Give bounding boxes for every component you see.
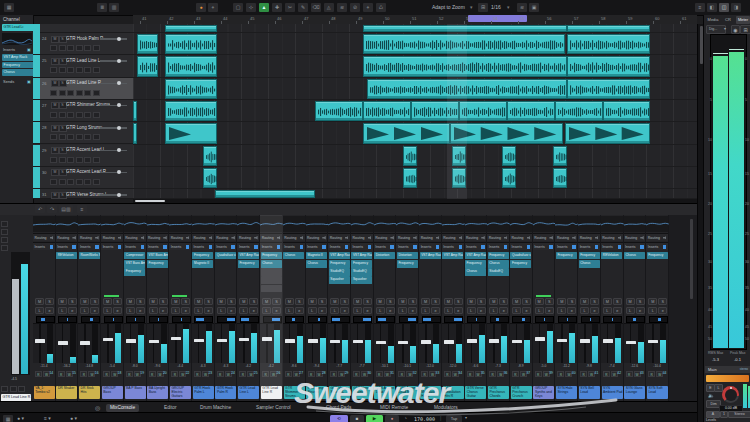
strip-fader-zone[interactable]: [260, 323, 282, 363]
fader-handle[interactable]: [194, 339, 204, 343]
channel-strip[interactable]: RoutingInsertsREVelationMSLe-16.2RW15DR …: [56, 215, 79, 401]
audio-clip[interactable]: [203, 146, 217, 167]
channel-strip[interactable]: RoutingInsertsFrequencyMagneto IIMSLe-6.…: [192, 215, 215, 401]
strip-mute-button[interactable]: M: [467, 298, 476, 305]
strip-inserts-row[interactable]: Inserts: [192, 242, 214, 250]
strip-fader-zone[interactable]: [624, 323, 646, 363]
track-header[interactable]: 31MSGTR Verse Strums L: [33, 189, 133, 199]
strip-inserts-row[interactable]: Inserts: [624, 242, 646, 250]
locator-icon[interactable]: ≡ ▾: [44, 415, 51, 421]
inspector-insert-slot[interactable]: Frequency: [2, 62, 34, 69]
strip-pan-slider[interactable]: [353, 316, 372, 323]
fader-handle[interactable]: [603, 339, 613, 343]
channel-strip[interactable]: RoutingInsertsQuadrafuzz v2MSLe-6.3RW24G…: [215, 215, 238, 401]
strip-eq-curve[interactable]: [33, 216, 55, 232]
strip-eq-curve[interactable]: [237, 216, 259, 232]
strip-inserts-row[interactable]: Inserts: [260, 242, 282, 250]
fader-handle[interactable]: [626, 341, 636, 345]
inspector-insert-slot[interactable]: Chorus: [2, 69, 34, 76]
strip-inserts-row[interactable]: Inserts: [555, 242, 577, 250]
strip-edit-button[interactable]: e: [363, 307, 372, 314]
track-mini-buttons[interactable]: [50, 157, 100, 163]
strip-solo-button[interactable]: S: [613, 298, 622, 305]
lower-tab-editor[interactable]: Editor: [160, 404, 181, 412]
strip-routing-row[interactable]: Routing: [578, 233, 600, 241]
strip-listen-button[interactable]: L: [444, 307, 453, 314]
strip-solo-button[interactable]: S: [454, 298, 463, 305]
strip-fader-zone[interactable]: [283, 323, 305, 363]
channel-name-label[interactable]: SYN Soft Lead: [647, 386, 668, 399]
channel-name-label[interactable]: GTR Verse Strums L: [329, 386, 350, 399]
strip-inserts-row[interactable]: Inserts: [646, 242, 668, 250]
strip-mute-button[interactable]: M: [489, 298, 498, 305]
strip-eq-curve[interactable]: [215, 216, 237, 232]
strip-eq-curve[interactable]: [192, 216, 214, 232]
strip-read-button[interactable]: R: [489, 371, 496, 377]
track-volume-slider[interactable]: [100, 194, 127, 196]
strip-solo-button[interactable]: S: [90, 298, 99, 305]
strip-eq-curve[interactable]: [56, 216, 78, 232]
strip-edit-button[interactable]: e: [249, 307, 258, 314]
strip-routing-row[interactable]: Routing: [533, 233, 555, 241]
strip-eq-curve[interactable]: [260, 216, 282, 232]
strip-routing-row[interactable]: Routing: [215, 233, 237, 241]
monitor-num-button[interactable]: 1: [720, 411, 728, 418]
insert-slot[interactable]: Squasher: [329, 276, 350, 284]
inserts-add-icon[interactable]: ▣: [27, 47, 31, 52]
strip-routing-row[interactable]: Routing: [33, 233, 55, 241]
fader-handle[interactable]: [512, 340, 522, 344]
strip-routing-row[interactable]: Routing: [169, 233, 191, 241]
strip-mute-button[interactable]: M: [308, 298, 317, 305]
strip-listen-button[interactable]: L: [239, 307, 248, 314]
strip-eq-curve[interactable]: [646, 216, 668, 232]
channel-name-label[interactable]: GTR Accent Lead R: [397, 386, 418, 399]
insert-slot[interactable]: Frequency: [647, 252, 668, 260]
insert-slot[interactable]: [261, 285, 282, 293]
fader-handle[interactable]: [376, 341, 386, 345]
strip-read-button[interactable]: R: [262, 371, 269, 377]
channel-strip[interactable]: RoutingInsertsFrequencyChorusMSLe-4.2RW2…: [260, 215, 283, 401]
strip-pan-slider[interactable]: [376, 316, 395, 323]
strip-pan-slider[interactable]: [490, 316, 509, 323]
strip-solo-button[interactable]: S: [68, 298, 77, 305]
strip-edit-button[interactable]: e: [522, 307, 531, 314]
mixer-views-icon[interactable]: ▤▥: [59, 205, 73, 213]
strip-listen-button[interactable]: L: [557, 307, 566, 314]
channel-strip[interactable]: RoutingInsertsDistortionFrequencyMSLe-10…: [396, 215, 419, 401]
fader-handle[interactable]: [126, 339, 136, 343]
track-mini-buttons[interactable]: [50, 134, 100, 140]
strip-inserts-row[interactable]: Inserts: [374, 242, 396, 250]
inspector-insert-slot[interactable]: VST Amp Rack: [2, 54, 34, 61]
track-mini-buttons[interactable]: [50, 67, 100, 73]
strip-read-button[interactable]: R: [580, 371, 587, 377]
fader-handle[interactable]: [467, 339, 477, 343]
channel-name-label[interactable]: DR Shaker: [56, 386, 77, 399]
strip-pan-slider[interactable]: [331, 316, 350, 323]
channel-name-label[interactable]: GROUP Synths and Keys: [533, 386, 554, 399]
insert-slot[interactable]: Frequency: [147, 260, 168, 268]
insert-slot[interactable]: StudioEQ: [351, 268, 372, 276]
strip-eq-curve[interactable]: [601, 216, 623, 232]
strip-edit-button[interactable]: e: [204, 307, 213, 314]
channel-name-label[interactable]: SYN Glass Lounge: [624, 386, 645, 399]
strip-inserts-row[interactable]: Inserts: [215, 242, 237, 250]
strip-eq-curve[interactable]: [147, 216, 169, 232]
strip-fader-zone[interactable]: [374, 323, 396, 363]
strip-pan-slider[interactable]: [512, 316, 531, 323]
fader-handle[interactable]: [353, 340, 363, 344]
strip-routing-row[interactable]: Routing: [510, 233, 532, 241]
strip-mute-button[interactable]: M: [35, 298, 44, 305]
audio-clip[interactable]: [403, 146, 417, 167]
arrange-track-lane[interactable]: [133, 33, 697, 55]
strip-inserts-row[interactable]: Inserts: [578, 242, 600, 250]
color-tool-icon[interactable]: ⊘: [350, 3, 360, 12]
selected-track-chip[interactable]: GTR Lead Li: [2, 24, 34, 31]
strip-routing-row[interactable]: Routing: [192, 233, 214, 241]
strip-pan-slider[interactable]: [535, 316, 554, 323]
strip-listen-button[interactable]: L: [58, 307, 67, 314]
strip-routing-row[interactable]: Routing: [624, 233, 646, 241]
insert-slot[interactable]: Compressor: [124, 252, 145, 260]
insert-slot[interactable]: VST Bass Amp: [124, 260, 145, 268]
track-mini-buttons[interactable]: [50, 45, 100, 51]
strip-eq-curve[interactable]: [306, 216, 328, 232]
